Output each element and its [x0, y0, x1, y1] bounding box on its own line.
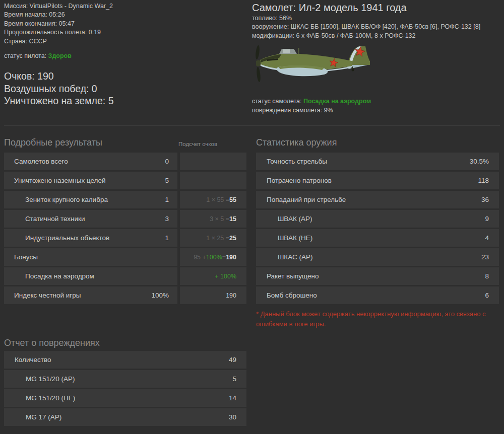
aircraft-status-value: Посадка на аэродром [303, 98, 371, 105]
row-label: Точность стрельбы [267, 158, 327, 165]
row-label: ШКАС (AP) [267, 253, 312, 261]
row-value: 30.5% [470, 158, 489, 165]
ground-kills: Уничтожено на земле: 5 [4, 95, 114, 107]
modifications-line: модификации: 6 х ФАБ-50св / ФАБ-100М, 8 … [252, 32, 500, 40]
mission-line: Страна: СССР [4, 37, 113, 46]
row-label: MG 151/20 (HE) [15, 394, 75, 402]
table-row: Статичной техники3 3 × 5 = 15 [4, 210, 246, 228]
weapon-stats-section: Статистика оружия Точность стрельбы30.5%… [256, 137, 499, 329]
table-row: Потрачено патронов118 [256, 172, 499, 189]
row-label: Индекс честной игры [14, 292, 81, 299]
table-row: ШВАК (HE)4 [256, 229, 499, 247]
aircraft-status-label: статус самолета: [252, 98, 303, 105]
fuel-line: топливо: 56% [252, 14, 500, 23]
row-value: 5 [232, 375, 236, 383]
table-row: Самолетов всего0 [4, 153, 246, 170]
row-label: Индустриальных объектов [14, 234, 109, 242]
row-value: 1 [165, 196, 169, 203]
row-value: 3 [165, 215, 169, 223]
table-row: Индустриальных объектов1 1 × 25 = 25 [4, 229, 246, 247]
mission-line: Время окончания: 05:47 [4, 20, 113, 28]
score-formula: 95 + 100% = 190 [180, 248, 246, 266]
row-label: ШВАК (HE) [267, 234, 312, 242]
data-accuracy-warning: * Данный блок может содержать некорректн… [256, 309, 500, 329]
aircraft-image [253, 44, 371, 84]
row-value: 49 [229, 356, 236, 364]
table-row: Уничтожено наземных целей5 [4, 172, 246, 189]
table-row: Попаданий при стрельбе36 [256, 191, 499, 208]
row-value: 36 [481, 196, 489, 203]
row-label: Бомб сброшено [267, 292, 317, 299]
table-row: MG 17 (AP)30 [4, 408, 246, 426]
score-formula: 190 [180, 286, 246, 304]
row-label: MG 17 (AP) [15, 413, 61, 421]
row-value: 6 [485, 292, 489, 299]
score-formula: 1 × 25 = 25 [180, 229, 246, 247]
detailed-results-section: Подробные результаты Подсчет очков Самол… [4, 137, 246, 306]
air-victories: Воздушных побед: 0 [4, 83, 114, 95]
table-row: Точность стрельбы30.5% [256, 153, 499, 170]
aircraft-panel: Самолет: Ил-2 модель 1941 года топливо: … [252, 2, 500, 115]
score-column-title: Подсчет очков [178, 141, 217, 147]
row-value: 118 [478, 177, 489, 184]
pilot-status-label: статус пилота: [4, 52, 48, 59]
row-value: 9 [485, 215, 489, 223]
row-label: Статичной техники [14, 215, 85, 223]
table-row: Ракет выпущено8 [256, 267, 499, 285]
section-title: Отчет о повреждениях [4, 338, 100, 348]
row-label: Ракет выпущено [267, 272, 319, 280]
section-divider [4, 125, 500, 126]
aircraft-damage-line: повреждения самолета: 9% [252, 106, 500, 115]
row-label: MG 151/20 (AP) [15, 375, 75, 383]
damage-report-section: Отчет о повреждениях Количество49 MG 151… [4, 337, 246, 427]
table-row: Бомб сброшено6 [256, 286, 499, 304]
table-row: MG 151/20 (HE)14 [4, 389, 246, 407]
row-label: Уничтожено наземных целей [14, 177, 106, 184]
row-label: Зениток крупного калибра [14, 196, 108, 203]
row-value: 23 [481, 253, 489, 261]
mission-line: Миссия: VirtualPilots - Dynamic War_2 [4, 2, 113, 11]
section-title: Статистика оружия [256, 137, 337, 148]
row-value: 14 [229, 394, 236, 402]
row-label: Количество [15, 356, 51, 364]
row-label: Попаданий при стрельбе [267, 196, 346, 203]
row-value: 1 [165, 234, 169, 242]
score-formula: + 100% [180, 267, 246, 285]
aircraft-title: Самолет: Ил-2 модель 1941 года [252, 2, 500, 14]
table-row: Количество49 [4, 351, 246, 369]
row-label: Самолетов всего [14, 158, 68, 165]
table-row: Индекс честной игры100% 190 [4, 286, 246, 304]
section-title: Подробные результаты [4, 137, 102, 148]
table-row: MG 151/20 (AP)5 [4, 370, 246, 388]
row-value: 5 [165, 177, 169, 184]
table-row: ШКАС (AP)23 [256, 248, 499, 266]
score-formula: 1 × 55 = 55 [180, 191, 246, 208]
row-value: 4 [485, 234, 489, 242]
table-row: ШВАК (AP)9 [256, 210, 499, 228]
row-value: 100% [151, 292, 169, 299]
pilot-status-value: Здоров [48, 52, 72, 59]
armament-line: вооружение: ШКАС ББ [1500], ШВАК ББ/ОФ [… [252, 23, 500, 31]
table-row: Бонусы 95 + 100% = 190 [4, 248, 246, 266]
score-summary: Очков: 190 Воздушных побед: 0 Уничтожено… [4, 70, 114, 107]
row-value: 8 [485, 272, 489, 280]
row-label: ШВАК (AP) [267, 215, 312, 223]
table-row: Посадка на аэродром + 100% [4, 267, 246, 285]
table-row: Зениток крупного калибра1 1 × 55 = 55 [4, 191, 246, 208]
score-formula: 3 × 5 = 15 [180, 210, 246, 228]
row-label: Потрачено патронов [267, 177, 332, 184]
pilot-status: статус пилота: Здоров [4, 52, 72, 59]
row-label: Бонусы [14, 253, 38, 261]
row-label: Посадка на аэродром [14, 272, 94, 280]
aircraft-status: статус самолета: Посадка на аэродром [252, 97, 500, 106]
mission-line: Продолжительность полета: 0:19 [4, 28, 113, 37]
row-value: 0 [165, 158, 169, 165]
row-value: 30 [229, 413, 236, 421]
il2-side-view [253, 44, 371, 84]
mission-info: Миссия: VirtualPilots - Dynamic War_2 Вр… [4, 2, 113, 46]
mission-line: Время начала: 05:26 [4, 11, 113, 19]
points-total: Очков: 190 [4, 70, 114, 83]
